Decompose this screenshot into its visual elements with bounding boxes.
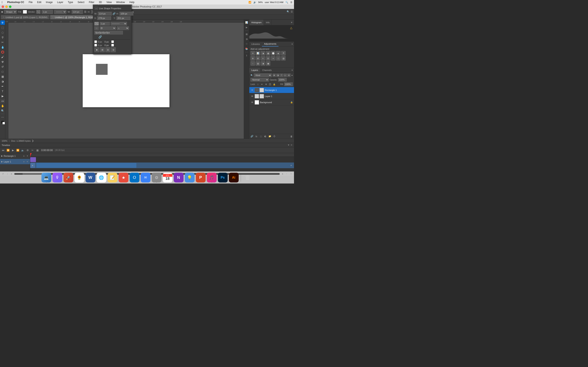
colorlookup-adj[interactable]: ⊞ [256,56,260,60]
dock-photoshop[interactable]: Ps [218,173,228,183]
layer-visibility-layer1[interactable]: 👁 [251,95,254,98]
prop-x-input[interactable] [97,16,111,20]
lock-pixels-btn[interactable]: ✒ [260,83,264,86]
tl-layer-enable-btn-rect1[interactable]: ► [23,155,26,157]
new-layer-btn[interactable]: ➕ [273,134,276,138]
menu-image[interactable]: Image [45,1,53,4]
stroke-width-prop-input[interactable] [100,22,110,25]
histogram-tab[interactable]: Histogram [249,20,264,25]
channels-tab[interactable]: Channels [260,68,274,73]
stroke-cap-select[interactable]: ⊥ [117,26,129,30]
width-input[interactable] [72,10,83,14]
dock-trash[interactable]: 🗑 [243,173,253,183]
tl-audio-btn2[interactable]: ♪ [6,172,9,175]
menu-photoshop[interactable]: Photoshop CC [6,1,25,4]
kind-select[interactable]: Kind [254,73,272,77]
dock-illustrator[interactable]: Ai [229,173,239,183]
dock-itunes[interactable]: 🎵 [207,173,217,183]
selectivecolor-adj[interactable]: □ [276,56,281,60]
path-select-tool[interactable]: ▶ [0,94,5,98]
menu-file[interactable]: File [28,1,33,4]
apple-menu[interactable]:  [2,1,3,4]
timeline-transitions-btn[interactable]: ▦ [35,149,39,152]
brightness-adj[interactable]: ☀ [251,51,255,55]
dock-photos[interactable]: 🌻 [75,173,84,183]
dock-finder[interactable]: 💻 [42,173,51,183]
dock-alfred[interactable]: 💡 [185,173,195,183]
selection-tool[interactable]: ⬚ [0,25,5,30]
prop-padding-check4[interactable] [111,44,114,47]
layer-item-rectangle1[interactable]: 👁 ▭ Rectangle 1 [249,87,294,93]
panel-options-icon[interactable]: ▼ [291,21,293,24]
path-op-subtract[interactable]: ⊟ [105,47,110,52]
delete-layer-btn[interactable]: 🗑 [290,134,293,138]
curves-adj[interactable]: 📊 [256,51,260,55]
lasso-tool[interactable]: ◌ [0,30,5,35]
shape-type-select[interactable]: Shape [4,10,17,14]
dock-notes[interactable]: 📝 [108,173,117,183]
channels-icon-bar[interactable]: ◑ [245,37,249,41]
timeline-clip-rect1[interactable] [30,157,36,162]
tab-close-1[interactable]: × [3,16,4,18]
dock-onenote[interactable]: N [174,173,183,183]
adjustment-layer-btn[interactable]: ◐ [264,134,267,138]
dock-launchpad[interactable]: 🚀 [63,173,73,183]
prop-corners-chain-icon[interactable]: 🔗 [98,35,102,39]
solidcolor-adj[interactable]: ▨ [256,61,260,66]
properties-icon-bar[interactable]: ℹ [245,53,249,58]
clone-tool[interactable]: ☢ [0,59,5,64]
timeline-clip-layer1[interactable] [36,163,136,168]
shape-tool[interactable]: ▭ [0,99,5,103]
notification-icon[interactable]: ☰ [290,1,292,4]
tl-layer-opts-btn-layer1[interactable]: ▼ [26,160,29,163]
dock-chrome[interactable]: 🌐 [96,173,106,183]
prop-corner-input[interactable] [94,31,123,34]
stroke-align-icon[interactable]: □ [94,26,99,30]
chain-link-icon[interactable]: ⛓ [84,10,86,13]
path-op-add[interactable]: ⊞ [100,47,105,52]
link-layers-btn[interactable]: 🔗 [250,134,254,138]
adjustments-icon-bar[interactable]: ☉ [245,42,249,46]
panel-mid-options-icon[interactable]: ▼ [291,43,293,45]
view-toggle-icon[interactable]: ☰ [291,10,293,13]
timeline-play-btn[interactable]: ▶ [11,149,15,152]
tab-close-2[interactable]: × [52,16,53,18]
fill-input[interactable] [284,82,293,86]
eraser-tool[interactable]: □ [0,69,5,74]
tl-loop-btn[interactable]: ↺ [1,172,4,175]
layers-icon-bar[interactable]: ▦ [245,32,249,36]
menu-layer[interactable]: Layer [56,1,64,4]
layer-mask-btn[interactable]: □ [259,134,263,138]
stroke-type-select[interactable]: ───── [54,10,66,14]
exposure-adj[interactable]: ◑ [261,51,265,55]
tab-untitled1-rect[interactable]: × Untitled-1 @ 100% (Rectangle 1, RGB/8*… [50,15,99,19]
dock-outlook[interactable]: O [130,173,139,183]
foreground-color[interactable] [1,120,4,124]
stroke-color-swatch-prop[interactable] [94,22,99,25]
dock-calendar[interactable]: APR 18 [163,173,173,183]
prop-padding-check[interactable] [94,40,97,43]
shape-filter-icon[interactable]: ▭ [284,74,287,77]
menu-view[interactable]: View [105,1,112,4]
levels-adj[interactable]: ▦ [266,51,270,55]
threshold-adj[interactable]: ⋄ [271,56,276,60]
gradientmap-adj[interactable]: ▧ [281,56,286,60]
path-op-intersect[interactable]: ⊜ [111,47,116,52]
invert-adj[interactable]: ≡ [261,56,265,60]
prop-h-input[interactable] [120,12,133,16]
blend-mode-select[interactable]: Normal [251,78,269,82]
dodge-tool[interactable]: ◑ [0,79,5,83]
adjustment-filter-icon[interactable]: ◑ [276,74,279,77]
opacity-input[interactable] [278,78,287,82]
timeline-close-icon[interactable]: ✕ [291,144,292,146]
pixel-filter-icon[interactable]: ■ [273,74,276,77]
dock-siri[interactable]: 🎙 [52,173,62,183]
timeline-audio-btn[interactable]: 🔈 [21,149,25,152]
prop-y-input[interactable] [116,16,130,20]
posterize-adj[interactable]: ⊟ [266,56,270,60]
timeline-split-btn[interactable]: ✂ [31,149,34,152]
layers-panel-options-icon[interactable]: ▼ [291,69,293,71]
timeline-expand-layer1[interactable]: ▶ [1,160,3,163]
status-arrow[interactable]: ❯ [32,140,34,142]
tl-layer-opts-btn-rect1[interactable]: ▼ [26,155,29,157]
